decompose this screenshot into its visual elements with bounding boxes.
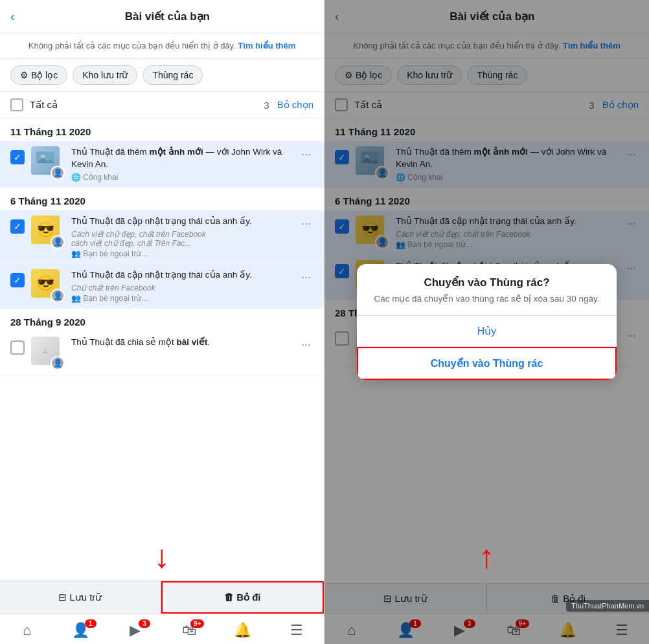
post-meta-italic: Cách viết chữ đẹp, chất trên Facebook — [71, 230, 292, 239]
modal-cancel-button[interactable]: Hủy — [357, 316, 617, 346]
post-checkbox[interactable] — [10, 340, 25, 355]
tab-badge: 3 — [139, 619, 150, 628]
filter-btn-kho-lưu-trữ[interactable]: Kho lưu trữ — [73, 65, 137, 85]
section-date-header: 11 Tháng 11 2020 — [0, 118, 324, 141]
post-images: 😎👤 — [31, 269, 65, 303]
post-meta-italic2: cách viết chữ đẹp, chất Trên Fac... — [71, 239, 292, 248]
info-bar: Không phải tất cả các mục của bạn đều hi… — [0, 34, 324, 59]
post-checkbox[interactable]: ✓ — [10, 273, 25, 287]
delete-button[interactable]: 🗑 Bỏ đi — [161, 581, 324, 614]
post-item: ✓😎👤Thủ Thuật đã cập nhật trạng thái của … — [0, 210, 324, 264]
tab-badge: 1 — [85, 619, 97, 628]
post-privacy: 🌐 Công khai — [71, 173, 292, 182]
post-item: 📰👤Thủ Thuật đã chia sẻ một bài viết.··· — [0, 331, 324, 376]
modal-title: Chuyển vào Thùng rác? — [357, 264, 617, 293]
modal-confirm-button[interactable]: Chuyển vào Thùng rác — [357, 347, 617, 380]
tab-item-5[interactable]: ☰ — [270, 619, 324, 641]
post-item: ✓😎👤Thủ Thuật đã cập nhật trạng thái của … — [0, 264, 324, 309]
post-avatar: 👤 — [51, 235, 65, 249]
page-title: Bài viết của bạn — [21, 10, 313, 23]
post-more-button[interactable]: ··· — [299, 146, 313, 162]
tab-item-3[interactable]: 🛍9+ — [162, 619, 216, 641]
tab-badge: 9+ — [190, 619, 204, 628]
tab-item-0[interactable]: ⌂ — [0, 619, 54, 641]
filter-btn-bộ-lọc[interactable]: ⚙ Bộ lọc — [10, 65, 67, 85]
select-bar: Tất cả3Bỏ chọn — [0, 92, 324, 118]
post-checkbox[interactable]: ✓ — [10, 219, 25, 234]
post-images: 📰👤 — [31, 337, 65, 370]
post-text: Thủ Thuật đã chia sẻ một bài viết. — [71, 337, 292, 349]
select-all-label: Tất cả — [30, 99, 264, 111]
post-more-button[interactable]: ··· — [299, 337, 313, 353]
post-more-button[interactable]: ··· — [299, 269, 313, 285]
post-text: Thủ Thuật đã cập nhật trạng thái của anh… — [71, 216, 292, 228]
confirm-modal: Chuyển vào Thùng rác?Các mục đã chuyển v… — [357, 264, 617, 381]
post-content: Thủ Thuật đã cập nhật trạng thái của anh… — [71, 269, 292, 303]
back-button[interactable]: ‹ — [10, 9, 15, 24]
tab-item-4[interactable]: 🔔 — [216, 619, 269, 641]
post-content: Thủ Thuật đã cập nhật trạng thái của anh… — [71, 216, 292, 258]
panel-left: ‹Bài viết của bạnKhông phải tất cả các m… — [0, 0, 324, 644]
post-images: 😎👤 — [31, 216, 65, 249]
post-content: Thủ Thuật đã chia sẻ một bài viết. — [71, 337, 292, 351]
post-item: ✓👤Thủ Thuật đã thêm một ảnh mới — với Jo… — [0, 141, 324, 188]
modal-overlay: Chuyển vào Thùng rác?Các mục đã chuyển v… — [324, 0, 649, 644]
post-more-button[interactable]: ··· — [299, 216, 313, 232]
learn-more-link[interactable]: Tìm hiểu thêm — [238, 41, 295, 50]
section-date-header: 6 Tháng 11 2020 — [0, 188, 324, 210]
modal-body: Các mục đã chuyển vào thùng rác sẽ bị xó… — [357, 293, 617, 316]
post-text: Thủ Thuật đã cập nhật trạng thái của anh… — [71, 269, 292, 282]
post-privacy: 👥 Bạn bè ngoại trừ... — [71, 294, 292, 303]
filter-btn-thùng-rác[interactable]: Thùng rác — [142, 65, 203, 85]
post-avatar: 👤 — [51, 356, 65, 370]
post-text: Thủ Thuật đã thêm một ảnh mới — với John… — [71, 146, 292, 171]
watermark: ThuThuatPhanMem.vn — [566, 600, 649, 612]
panel-right: ‹Bài viết của bạnKhông phải tất cả các m… — [324, 0, 649, 644]
post-checkbox[interactable]: ✓ — [10, 150, 25, 164]
tab-item-2[interactable]: ▶3 — [108, 619, 162, 641]
post-avatar: 👤 — [51, 289, 65, 303]
tab-bar: ⌂👤1▶3🛍9+🔔☰ — [0, 614, 324, 644]
post-content: Thủ Thuật đã thêm một ảnh mới — với John… — [71, 146, 292, 182]
select-all-checkbox[interactable] — [10, 98, 23, 111]
action-bar: ⊟ Lưu trữ🗑 Bỏ đi — [0, 581, 324, 614]
page-header: ‹Bài viết của bạn — [0, 0, 324, 34]
posts-content: 11 Tháng 11 2020✓👤Thủ Thuật đã thêm một … — [0, 118, 324, 581]
post-meta-italic: Chữ chất trên Facebook — [71, 283, 292, 293]
select-count: 3 — [264, 100, 269, 111]
tab-item-1[interactable]: 👤1 — [54, 619, 108, 641]
section-date-header: 28 Tháng 9 2020 — [0, 309, 324, 331]
deselect-button[interactable]: Bỏ chọn — [277, 99, 313, 111]
post-privacy: 👥 Bạn bè ngoại trừ... — [71, 249, 292, 258]
post-avatar: 👤 — [51, 166, 65, 180]
filter-bar: ⚙ Bộ lọcKho lưu trữThùng rác — [0, 59, 324, 92]
archive-button[interactable]: ⊟ Lưu trữ — [0, 581, 161, 614]
post-images: 👤 — [31, 146, 65, 180]
